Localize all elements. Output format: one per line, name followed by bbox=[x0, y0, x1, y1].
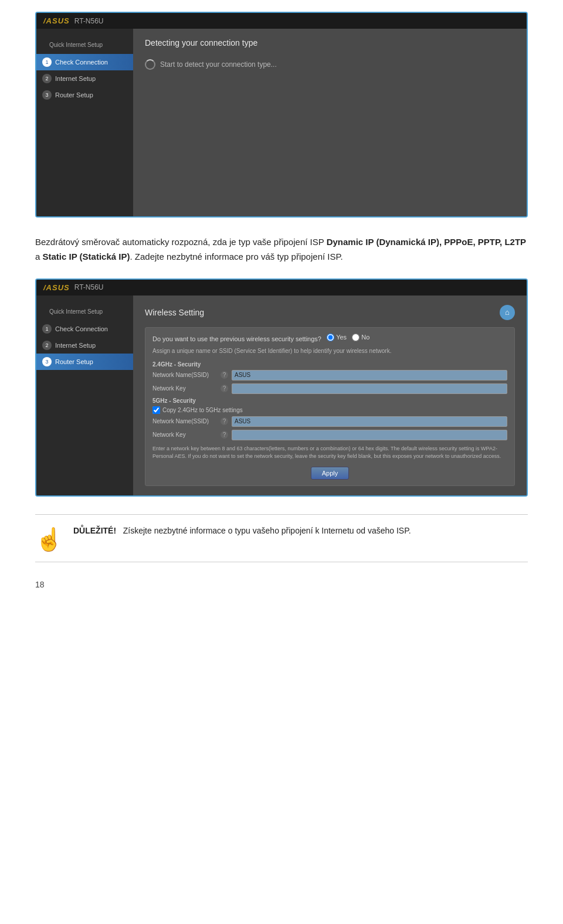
sidebar-item-router-setup-1[interactable]: 3 Router Setup bbox=[36, 87, 133, 103]
input-ssid-24[interactable] bbox=[232, 370, 507, 381]
help-icon-key-5g[interactable]: ? bbox=[221, 431, 228, 439]
detecting-status: Start to detect your connection type... bbox=[145, 59, 515, 70]
detecting-spinner-icon bbox=[145, 59, 155, 70]
form-row-ssid-24: Network Name(SSID) ? bbox=[152, 370, 507, 381]
body-text-bold1: Dynamic IP (Dynamická IP), PPPoE, PPTP, … bbox=[327, 237, 526, 247]
section-24ghz: 2.4GHz - Security bbox=[152, 361, 507, 368]
hand-icon: ☝ bbox=[35, 526, 63, 552]
body-paragraph-1: Bezdrátový směrovač automaticky rozpozná… bbox=[35, 235, 528, 264]
ssid-description: Assign a unique name or SSID (Service Se… bbox=[152, 347, 507, 355]
form-row-ssid-5g: Network Name(SSID) ? bbox=[152, 416, 507, 427]
router-screenshot-2: /ASUS RT-N56U Quick Internet Setup 1 Che… bbox=[35, 278, 528, 497]
sidebar-item-internet-setup-1[interactable]: 2 Internet Setup bbox=[36, 70, 133, 87]
router-main-2: Wireless Setting ⌂ Do you want to use th… bbox=[133, 295, 527, 495]
no-radio-label[interactable]: No bbox=[352, 334, 369, 341]
wireless-header: Wireless Setting ⌂ bbox=[145, 305, 515, 320]
sidebar-item-internet-setup-2[interactable]: 2 Internet Setup bbox=[36, 337, 133, 354]
sidebar-label-internet-setup-1: Internet Setup bbox=[55, 75, 96, 82]
sidebar-label-internet-2: Internet Setup bbox=[55, 342, 96, 349]
asus-logo-2: /ASUS bbox=[43, 283, 70, 292]
section-5ghz: 5GHz - Security bbox=[152, 398, 507, 404]
detecting-title: Detecting your connection type bbox=[145, 38, 515, 47]
notice-badge: DŮLEŽITÉ! bbox=[73, 526, 116, 535]
label-ssid-24: Network Name(SSID) bbox=[152, 372, 217, 378]
apply-button[interactable]: Apply bbox=[311, 467, 350, 480]
yes-radio[interactable] bbox=[327, 334, 334, 341]
page-number: 18 bbox=[35, 580, 528, 589]
router-body-2: Quick Internet Setup 1 Check Connection … bbox=[36, 295, 527, 495]
sidebar-label-check-2: Check Connection bbox=[55, 325, 108, 332]
help-icon-ssid-24[interactable]: ? bbox=[221, 371, 228, 379]
copy-label: Copy 2.4GHz to 5GHz settings bbox=[162, 407, 243, 413]
router-sidebar-2: Quick Internet Setup 1 Check Connection … bbox=[36, 295, 133, 495]
body-text-end: . Zadejte nezbytné informace pro váš typ… bbox=[130, 252, 342, 261]
sidebar-item-router-setup-2[interactable]: 3 Router Setup bbox=[36, 354, 133, 370]
wireless-title: Wireless Setting bbox=[145, 308, 204, 317]
sidebar-item-quick-setup-1[interactable]: Quick Internet Setup bbox=[36, 35, 133, 54]
sidebar-item-check-connection-1[interactable]: 1 Check Connection bbox=[36, 54, 133, 70]
router-title-bar-1: /ASUS RT-N56U bbox=[36, 13, 527, 29]
model-name-1: RT-N56U bbox=[74, 17, 104, 25]
router-sidebar-1: Quick Internet Setup 1 Check Connection … bbox=[36, 29, 133, 216]
body-text-start: Bezdrátový směrovač automaticky rozpozná… bbox=[35, 237, 327, 247]
step-badge-22: 2 bbox=[42, 341, 52, 350]
router-main-1: Detecting your connection type Start to … bbox=[133, 29, 527, 216]
sidebar-label-router-2: Router Setup bbox=[55, 358, 93, 365]
input-key-24[interactable] bbox=[232, 383, 507, 394]
notice-text: Získejte nezbytné informace o typu vašeh… bbox=[123, 526, 411, 535]
wireless-panel: Do you want to use the previous wireless… bbox=[145, 327, 515, 486]
sidebar-item-quick-setup-2[interactable]: Quick Internet Setup bbox=[36, 301, 133, 321]
router-body-1: Quick Internet Setup 1 Check Connection … bbox=[36, 29, 527, 216]
step-badge-21: 1 bbox=[42, 324, 52, 334]
input-key-5g[interactable] bbox=[232, 430, 507, 440]
sidebar-label-router-setup-1: Router Setup bbox=[55, 91, 93, 98]
step-badge-1: 1 bbox=[42, 57, 52, 67]
yes-radio-label[interactable]: Yes bbox=[327, 334, 347, 341]
sidebar-top-label-1: Quick Internet Setup bbox=[42, 38, 110, 50]
body-text-mid: a bbox=[35, 252, 43, 261]
important-notice: ☝ DŮLEŽITÉ! Získejte nezbytné informace … bbox=[35, 514, 528, 562]
help-icon-key-24[interactable]: ? bbox=[221, 385, 228, 392]
input-ssid-5g[interactable] bbox=[232, 416, 507, 427]
asus-logo-1: /ASUS bbox=[43, 16, 70, 25]
step-badge-3: 3 bbox=[42, 90, 52, 100]
step-badge-23: 3 bbox=[42, 357, 52, 366]
sidebar-top-label-2: Quick Internet Setup bbox=[42, 305, 110, 317]
label-key-24: Network Key bbox=[152, 385, 217, 392]
sidebar-item-check-connection-2[interactable]: 1 Check Connection bbox=[36, 321, 133, 337]
copy-checkbox-row: Copy 2.4GHz to 5GHz settings bbox=[152, 406, 507, 414]
form-row-key-24: Network Key ? bbox=[152, 383, 507, 394]
body-text-bold2: Static IP (Statická IP) bbox=[43, 252, 130, 261]
step-badge-2: 2 bbox=[42, 74, 52, 83]
help-icon-ssid-5g[interactable]: ? bbox=[221, 417, 228, 425]
sidebar-label-check-connection-1: Check Connection bbox=[55, 59, 108, 66]
label-ssid-5g: Network Name(SSID) bbox=[152, 418, 217, 424]
form-row-key-5g: Network Key ? bbox=[152, 430, 507, 440]
router-screenshot-1: /ASUS RT-N56U Quick Internet Setup 1 Che… bbox=[35, 12, 528, 218]
wireless-question: Do you want to use the previous wireless… bbox=[152, 334, 507, 342]
copy-settings-checkbox[interactable] bbox=[152, 406, 160, 414]
model-name-2: RT-N56U bbox=[74, 283, 104, 291]
notice-content: DŮLEŽITÉ! Získejte nezbytné informace o … bbox=[73, 524, 411, 538]
home-button[interactable]: ⌂ bbox=[500, 305, 515, 320]
label-key-5g: Network Key bbox=[152, 432, 217, 438]
no-radio[interactable] bbox=[352, 334, 359, 341]
router-title-bar-2: /ASUS RT-N56U bbox=[36, 280, 527, 295]
form-footer-note: Enter a network key between 8 and 63 cha… bbox=[152, 445, 507, 461]
